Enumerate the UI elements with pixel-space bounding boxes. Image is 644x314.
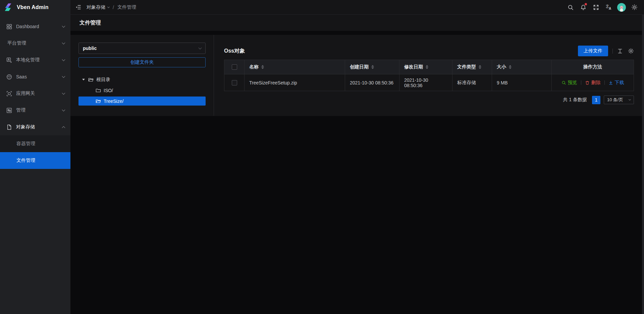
user-avatar-image (617, 3, 626, 12)
chevron-down-icon (62, 75, 65, 78)
chevron-down-icon (62, 58, 65, 61)
search-icon[interactable] (564, 0, 577, 15)
oss-toolbar: Oss对象 上传文件 (224, 46, 634, 56)
oss-table: 名称 创建日期 修改日期 文件类型 (224, 60, 634, 91)
breadcrumb-file-management[interactable]: 文件管理 (117, 4, 136, 10)
bell-icon[interactable] (577, 0, 590, 15)
column-header-modified[interactable]: 修改日期 (399, 60, 452, 74)
oss-title: Oss对象 (224, 48, 245, 55)
row-checkbox[interactable] (232, 80, 237, 85)
sidebar-item-dashboard[interactable]: Dashboard (0, 18, 70, 35)
gateway-icon (6, 91, 12, 97)
column-header-name[interactable]: 名称 (245, 60, 345, 74)
cell-filetype: 标准存储 (452, 74, 492, 91)
menu-fold-icon[interactable] (75, 4, 81, 10)
dashboard-icon (6, 24, 12, 29)
download-action[interactable]: 下载 (608, 80, 624, 86)
column-header-size[interactable]: 大小 (492, 60, 552, 74)
table-settings-gear-icon[interactable] (628, 48, 634, 54)
saas-icon (6, 74, 12, 80)
sliders-icon (6, 108, 12, 113)
select-all-header-cell (224, 60, 245, 74)
notification-badge (585, 3, 587, 5)
bucket-select-value: public (83, 46, 97, 51)
tree-node-root[interactable]: 根目录 (78, 75, 206, 84)
scrollbar[interactable] (642, 15, 644, 314)
caret-down-icon[interactable] (82, 79, 85, 80)
fullscreen-icon[interactable] (590, 0, 602, 15)
tree-node-label: TreeSize/ (104, 99, 123, 104)
file-icon (6, 124, 12, 130)
sidebar-item-platform[interactable]: 平台管理 (0, 35, 70, 52)
chevron-down-icon (107, 5, 110, 8)
translate-icon[interactable]: 文 A (602, 0, 615, 15)
cell-created: 2021-10-30 08:50:36 (345, 74, 399, 91)
sort-icon[interactable] (479, 65, 481, 69)
pagination-page-1[interactable]: 1 (592, 96, 600, 104)
app-root: Vben Admin Dashboard 平台管理 (0, 0, 644, 314)
folder-tree: 根目录 ISO/ (78, 75, 206, 106)
page-size-select[interactable]: 10 条/页 (604, 96, 634, 104)
page-header: 文件管理 (70, 15, 644, 31)
delete-action[interactable]: 删除 (585, 80, 601, 86)
breadcrumb-object-storage[interactable]: 对象存储 (87, 4, 109, 10)
sidebar-item-saas[interactable]: Saas (0, 68, 70, 85)
sidebar-item-gateway[interactable]: 应用网关 (0, 85, 70, 102)
sort-icon[interactable] (371, 65, 374, 69)
sort-icon[interactable] (261, 65, 264, 69)
sidebar-item-locale[interactable]: 本地化管理 (0, 52, 70, 68)
sidebar-item-label: 管理 (16, 107, 62, 113)
chevron-down-icon (62, 24, 65, 28)
tree-node-label: 根目录 (96, 77, 110, 83)
cell-name: TreeSizeFreeSetup.zip (245, 74, 345, 91)
tree-node-iso[interactable]: ISO/ (78, 86, 206, 95)
preview-action[interactable]: 预览 (561, 80, 577, 86)
breadcrumb: 对象存储 / 文件管理 (87, 4, 136, 10)
top-header: 对象存储 / 文件管理 (70, 0, 644, 15)
avatar[interactable] (615, 0, 628, 15)
gear-icon[interactable] (628, 0, 641, 15)
content-card: public 创建文件夹 根目录 (70, 35, 642, 116)
app-logo[interactable]: Vben Admin (0, 0, 70, 15)
sidebar-item-file-management[interactable]: 文件管理 (0, 152, 70, 169)
cell-modified: 2021-10-30 08:50:36 (399, 74, 452, 91)
download-icon (608, 80, 613, 85)
create-folder-button[interactable]: 创建文件夹 (78, 57, 206, 67)
cell-actions: 预览 删除 (552, 74, 634, 91)
row-checkbox-cell (224, 74, 245, 91)
tree-node-label: ISO/ (104, 88, 113, 93)
upload-file-button[interactable]: 上传文件 (578, 46, 608, 56)
sidebar-item-label: 容器管理 (16, 141, 35, 147)
trash-icon (585, 80, 590, 85)
row-height-icon[interactable] (617, 48, 623, 54)
sidebar-item-admin[interactable]: 管理 (0, 102, 70, 119)
sidebar-submenu-object-storage: 容器管理 文件管理 (0, 135, 70, 169)
chevron-down-icon (62, 91, 65, 95)
magnifier-icon (561, 80, 566, 85)
pagination-total: 共 1 条数据 (563, 97, 587, 103)
action-separator (604, 80, 605, 85)
chevron-up-icon (62, 126, 65, 129)
tree-node-treesize[interactable]: TreeSize/ (78, 97, 206, 106)
bucket-select[interactable]: public (78, 43, 206, 54)
sidebar-item-container-management[interactable]: 容器管理 (0, 135, 70, 152)
sidebar-item-label: 平台管理 (7, 40, 62, 46)
column-header-filetype[interactable]: 文件类型 (452, 60, 492, 74)
cell-size: 9 MB (492, 74, 552, 91)
action-separator (581, 80, 581, 85)
sidebar-item-label: Saas (16, 74, 62, 79)
sort-icon[interactable] (426, 65, 428, 69)
locale-icon (6, 57, 12, 63)
app-title: Vben Admin (17, 4, 49, 10)
column-header-created[interactable]: 创建日期 (345, 60, 399, 74)
chevron-down-icon (62, 108, 65, 112)
oss-panel: Oss对象 上传文件 (214, 35, 642, 116)
sidebar-item-label: 文件管理 (16, 158, 35, 164)
sidebar-menu: Dashboard 平台管理 本地化管理 (0, 15, 70, 169)
chevron-down-icon (62, 41, 65, 45)
sort-icon[interactable] (509, 65, 512, 69)
sidebar-item-object-storage[interactable]: 对象存储 (0, 119, 70, 135)
select-all-checkbox[interactable] (232, 64, 237, 70)
folder-icon (96, 88, 101, 93)
folder-open-icon (88, 77, 94, 82)
